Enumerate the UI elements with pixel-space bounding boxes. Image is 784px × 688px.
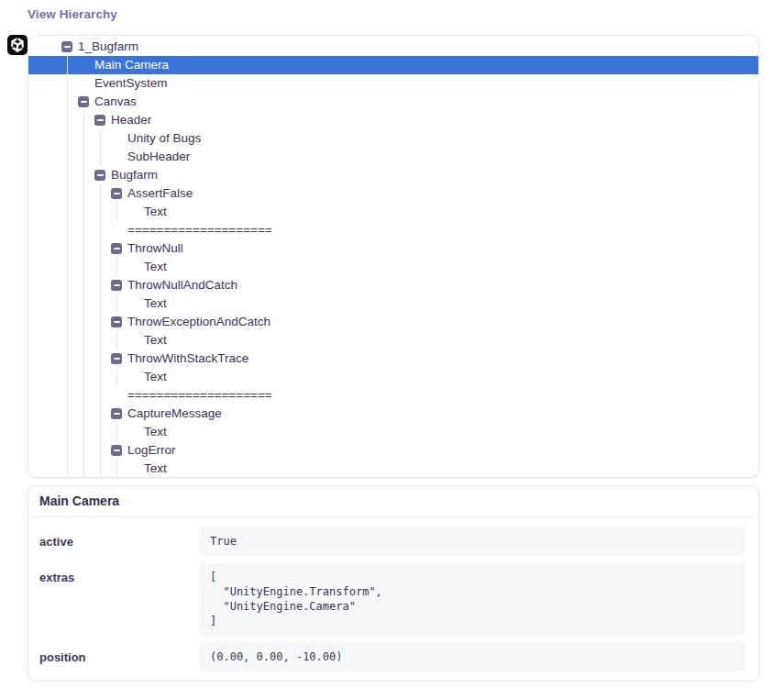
indent-guide-line [67,111,68,129]
tree-row-content: EventSystem [28,74,758,93]
tree-row-content: Text [28,331,758,350]
indent-guide-line [67,276,68,294]
toggle-spacer [111,151,122,162]
indent-guide-line [67,56,68,74]
tree-row-content: ThrowNullAndCatch [28,276,758,294]
indent-guide-line [100,423,101,441]
indent-guide-line [67,184,68,203]
tree-node-label: Header [111,111,151,129]
indent-guide-line [100,313,101,331]
tree-node-separator[interactable]: ==================== [28,386,758,405]
property-row-position: position(0.00, 0.00, -10.00) [39,642,745,671]
indent-guide-line [67,386,68,405]
indent-guide-line [83,313,84,331]
property-value-box: [ "UnityEngine.Transform", "UnityEngine.… [199,562,745,636]
collapse-minus-icon[interactable] [111,316,122,327]
tree-row-content: Text [28,258,758,276]
tree-node-thrownull[interactable]: ThrowNull [28,239,758,258]
tree-row-content: Bugfarm [28,166,758,184]
tree-node-label: ThrowWithStackTrace [127,350,248,368]
tree-node-throwexceptionandcatch[interactable]: ThrowExceptionAndCatch [28,313,758,331]
tree-node-label: Text [144,423,167,441]
unity-logo-icon [7,35,28,55]
indent-guide-line [83,331,84,350]
toggle-spacer [127,335,138,346]
tree-row-content: ==================== [28,386,758,405]
tree-node-text[interactable]: Text [28,258,758,276]
indent-guide-line [100,221,101,239]
tree-node-label: Text [144,460,167,478]
tree-node-unity-of-bugs[interactable]: Unity of Bugs [28,129,758,148]
details-header: Main Camera [28,486,758,517]
tree-node-assertfalse[interactable]: AssertFalse [28,184,758,203]
indent-guide-line [67,203,68,221]
collapse-minus-icon[interactable] [111,445,122,456]
tree-node-text[interactable]: Text [28,203,758,221]
tree-node-label: Unity of Bugs [127,129,201,148]
tree-node-bugfarm[interactable]: Bugfarm [28,166,758,184]
collapse-minus-icon[interactable] [61,41,72,52]
tree-node-thrownullandcatch[interactable]: ThrowNullAndCatch [28,276,758,294]
tree-node-header[interactable]: Header [28,111,758,129]
hierarchy-tree: 1_BugfarmMain CameraEventSystemCanvasHea… [28,38,758,478]
tree-node-text[interactable]: Text [28,368,758,386]
indent-guide-line [100,258,101,276]
toggle-spacer [111,133,122,144]
indent-guide-line [67,423,68,441]
tree-node-eventsystem[interactable]: EventSystem [28,74,758,93]
collapse-minus-icon[interactable] [111,353,122,364]
tree-row-content: Text [28,294,758,313]
collapse-minus-icon[interactable] [111,408,122,419]
hierarchy-tree-panel: 1_BugfarmMain CameraEventSystemCanvasHea… [28,35,759,478]
tree-node-main-camera[interactable]: Main Camera [28,56,758,74]
collapse-minus-icon[interactable] [111,188,122,199]
collapse-minus-icon[interactable] [111,280,122,291]
indent-guide-line [83,368,84,386]
details-properties: activeTrueextras[ "UnityEngine.Transform… [28,517,758,681]
indent-guide-line [67,405,68,423]
indent-guide-line [67,331,68,350]
indent-guide-line [100,276,101,294]
indent-guide-line [116,294,117,313]
tree-node-1-bugfarm[interactable]: 1_Bugfarm [28,38,758,56]
tree-node-label: Main Camera [94,56,169,74]
collapse-minus-icon[interactable] [111,243,122,254]
tree-node-capturemessage[interactable]: CaptureMessage [28,405,758,423]
indent-guide-line [83,111,84,129]
indent-guide-line [100,239,101,258]
indent-guide-line [67,313,68,331]
indent-guide-line [100,148,101,166]
view-hierarchy-page: View Hierarchy 1_BugfarmMain CameraEvent… [0,0,784,688]
collapse-minus-icon[interactable] [94,115,105,126]
tree-node-throwwithstacktrace[interactable]: ThrowWithStackTrace [28,350,758,368]
tree-row-content: Text [28,423,758,441]
tree-node-text[interactable]: Text [28,331,758,350]
indent-guide-line [67,258,68,276]
indent-guide-line [83,221,84,239]
indent-guide-line [100,294,101,313]
tree-node-logerror[interactable]: LogError [28,441,758,460]
indent-guide-line [83,148,84,166]
property-label: extras [39,562,199,636]
tree-node-label: Text [144,258,167,276]
indent-guide-line [100,460,101,478]
indent-guide-line [83,405,84,423]
tree-node-label: ThrowNull [127,239,183,258]
indent-guide-line [83,129,84,148]
collapse-minus-icon[interactable] [78,96,89,107]
tree-node-separator[interactable]: ==================== [28,221,758,239]
property-row-active: activeTrue [39,527,745,556]
tree-node-subheader[interactable]: SubHeader [28,148,758,166]
tree-node-label: AssertFalse [127,184,193,203]
tree-node-text[interactable]: Text [28,294,758,313]
tree-node-canvas[interactable]: Canvas [28,93,758,111]
property-value-box: True [199,527,745,556]
indent-guide-line [67,74,68,93]
tree-node-label: SubHeader [127,148,190,166]
tree-node-text[interactable]: Text [28,423,758,441]
indent-guide-line [116,331,117,350]
collapse-minus-icon[interactable] [94,170,105,181]
indent-guide-line [67,350,68,368]
tree-node-text[interactable]: Text [28,460,758,478]
tree-node-label: Text [144,203,167,221]
